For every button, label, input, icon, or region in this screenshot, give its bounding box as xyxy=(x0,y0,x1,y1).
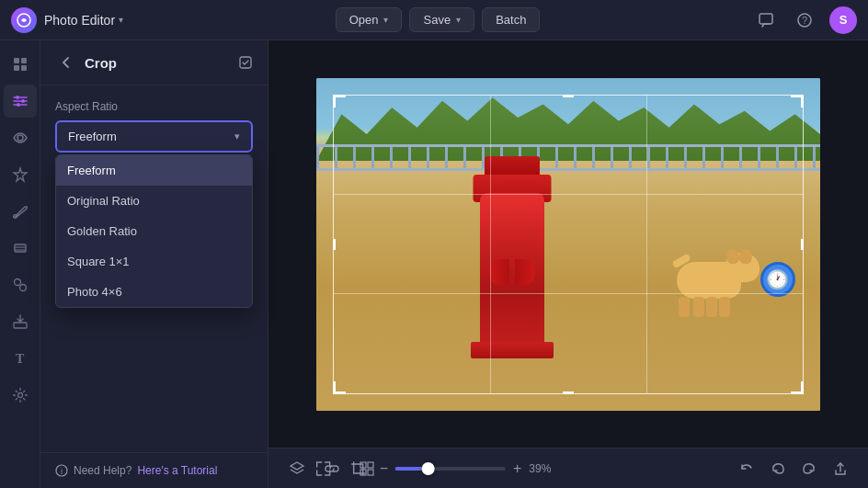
dog-leg-4 xyxy=(719,297,730,317)
crop-handle-left-mid[interactable] xyxy=(333,239,336,250)
redo-icon[interactable] xyxy=(796,456,822,482)
chat-icon[interactable] xyxy=(752,6,780,34)
avatar[interactable]: S xyxy=(829,6,857,34)
zoom-slider[interactable] xyxy=(395,467,506,471)
save-button[interactable]: Save ▾ xyxy=(409,7,474,32)
zoom-in-icon[interactable]: + xyxy=(513,460,521,477)
batch-button[interactable]: Batch xyxy=(482,7,540,32)
bottom-center-tools: − + 39% xyxy=(310,455,559,482)
scene: 🕐 xyxy=(316,78,820,411)
crop-handle-top-left[interactable] xyxy=(333,95,348,109)
fire-hydrant xyxy=(457,138,567,358)
dropdown-selected-value: Freeform xyxy=(68,130,117,143)
dog-head xyxy=(725,253,760,282)
help-icon[interactable]: ? xyxy=(791,6,818,34)
svg-rect-24 xyxy=(240,57,251,68)
image-container: 🕐 xyxy=(316,78,820,411)
aspect-ratio-dropdown[interactable]: Freeform ▾ Freeform Original Ratio Golde… xyxy=(55,120,253,153)
crop-handle-bottom-mid[interactable] xyxy=(563,392,574,394)
aspect-ratio-label: Aspect Ratio xyxy=(55,100,253,113)
dropdown-item-photo4x6[interactable]: Photo 4×6 xyxy=(56,277,252,307)
svg-point-14 xyxy=(17,135,23,141)
frisbee-clock-icon: 🕐 xyxy=(766,268,789,290)
svg-rect-7 xyxy=(21,65,27,71)
sidebar-item-view[interactable] xyxy=(4,121,37,154)
app-title-group[interactable]: Photo Editor ▾ xyxy=(44,13,123,28)
panel-title: Crop xyxy=(85,55,231,71)
zoom-percent: 39% xyxy=(529,462,558,475)
dog xyxy=(658,253,760,317)
rotate-ccw-icon[interactable] xyxy=(734,456,760,482)
save-chevron-icon: ▾ xyxy=(456,15,461,25)
canvas-area: 🕐 xyxy=(268,40,868,488)
sidebar-item-adjust[interactable] xyxy=(4,85,37,118)
dropdown-trigger[interactable]: Freeform ▾ xyxy=(55,120,253,153)
svg-point-13 xyxy=(17,103,20,107)
sidebar-item-text[interactable]: T xyxy=(4,342,37,375)
info-icon: i xyxy=(55,464,68,477)
open-button-label: Open xyxy=(349,13,379,27)
app-title-chevron-icon: ▾ xyxy=(119,15,123,25)
crop-handle-bottom-right[interactable] xyxy=(789,380,804,394)
sidebar-item-export[interactable] xyxy=(4,305,37,338)
zoom-slider-thumb[interactable] xyxy=(422,462,435,475)
open-button[interactable]: Open ▾ xyxy=(336,7,403,32)
dropdown-item-golden[interactable]: Golden Ratio xyxy=(56,216,252,246)
bottom-right-tools xyxy=(734,456,853,482)
back-button[interactable] xyxy=(55,51,77,74)
dropdown-item-square[interactable]: Square 1×1 xyxy=(56,246,252,277)
dog-leg-2 xyxy=(693,297,704,317)
svg-text:?: ? xyxy=(802,15,807,26)
help-need-help: Need Help? xyxy=(74,464,131,477)
svg-rect-1 xyxy=(760,14,772,24)
icon-bar: T xyxy=(0,40,40,488)
save-button-label: Save xyxy=(423,13,451,27)
sidebar-item-settings[interactable] xyxy=(4,379,37,412)
canvas-main: 🕐 xyxy=(268,40,868,448)
undo-icon[interactable] xyxy=(765,456,791,482)
svg-point-19 xyxy=(14,279,20,286)
app-title: Photo Editor xyxy=(44,13,115,28)
svg-point-20 xyxy=(19,285,26,291)
frisbee: 🕐 xyxy=(760,262,795,297)
bottom-toolbar: − + 39% xyxy=(268,448,868,488)
dropdown-item-original[interactable]: Original Ratio xyxy=(56,186,252,216)
hydrant-base xyxy=(471,342,554,358)
sidebar-item-layers[interactable] xyxy=(4,232,37,265)
dropdown-chevron-icon: ▾ xyxy=(234,131,240,142)
crop-handle-top-right[interactable] xyxy=(789,95,804,109)
fit-icon[interactable] xyxy=(310,455,337,482)
scene-fence xyxy=(316,144,820,171)
topbar: Photo Editor ▾ Open ▾ Save ▾ Batch ? S xyxy=(0,0,868,40)
zoom-controls: − + xyxy=(380,460,522,477)
crop-handle-right-mid[interactable] xyxy=(801,239,804,250)
topbar-right: ? S xyxy=(752,6,857,34)
panel-content: Aspect Ratio Freeform ▾ Freeform Origina… xyxy=(40,85,268,452)
svg-text:T: T xyxy=(16,352,25,366)
help-text-row: i Need Help? Here's a Tutorial xyxy=(40,452,268,488)
sidebar-item-paint[interactable] xyxy=(4,195,37,228)
crop-handle-bottom-left[interactable] xyxy=(333,380,348,394)
crop-handle-top-mid[interactable] xyxy=(563,95,574,97)
help-tutorial-link[interactable]: Here's a Tutorial xyxy=(137,464,217,477)
sidebar-item-objects[interactable] xyxy=(4,268,37,301)
svg-rect-6 xyxy=(14,65,19,71)
svg-point-23 xyxy=(17,393,22,398)
crop-tool-icon[interactable] xyxy=(345,455,372,482)
panel-template-icon[interactable] xyxy=(238,55,253,70)
left-panel: Crop Aspect Ratio Freeform ▾ Freeform Or… xyxy=(40,40,268,488)
sidebar-item-home[interactable] xyxy=(4,48,37,81)
svg-point-11 xyxy=(16,96,19,99)
layers-icon[interactable] xyxy=(283,455,311,482)
sidebar-item-magic[interactable] xyxy=(4,158,37,191)
zoom-out-icon[interactable]: − xyxy=(380,460,388,477)
batch-button-label: Batch xyxy=(496,13,526,27)
open-chevron-icon: ▾ xyxy=(383,15,388,25)
dropdown-item-freeform[interactable]: Freeform xyxy=(56,155,252,186)
hydrant-body xyxy=(480,193,544,358)
svg-rect-4 xyxy=(14,58,19,63)
dog-leg-3 xyxy=(706,297,717,317)
canvas-image: 🕐 xyxy=(316,78,820,411)
svg-rect-16 xyxy=(15,244,26,252)
share-icon[interactable] xyxy=(828,456,853,482)
